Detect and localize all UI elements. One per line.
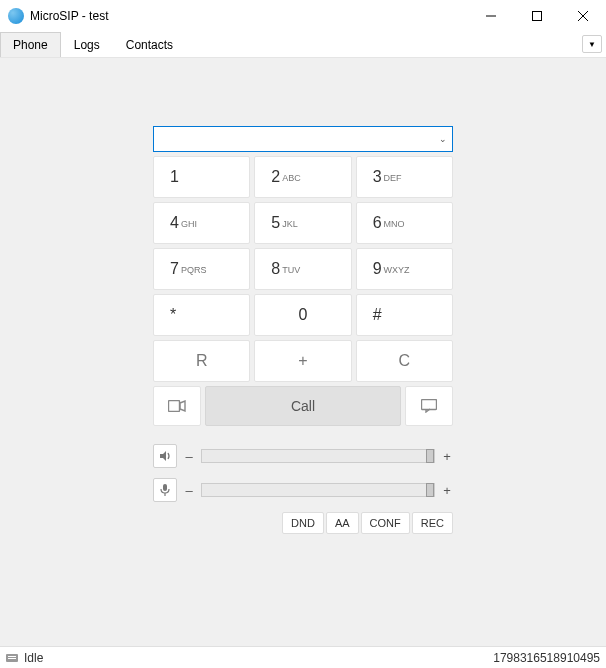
key-digit: 5 (271, 214, 280, 232)
speaker-volume-decrease[interactable]: – (183, 449, 195, 464)
tab-phone[interactable]: Phone (0, 32, 61, 57)
key-letters: WXYZ (384, 265, 410, 275)
status-icon (6, 652, 18, 664)
key-3[interactable]: 3DEF (356, 156, 453, 198)
mic-volume-slider[interactable] (201, 483, 435, 497)
window-title: MicroSIP - test (30, 9, 468, 23)
key-digit: 4 (170, 214, 179, 232)
tab-bar: Phone Logs Contacts ▼ (0, 32, 606, 58)
video-icon (168, 400, 186, 412)
close-button[interactable] (560, 0, 606, 32)
conf-toggle[interactable]: CONF (361, 512, 410, 534)
key-letters: PQRS (181, 265, 207, 275)
mic-volume-decrease[interactable]: – (183, 483, 195, 498)
action-row: R + C (153, 340, 453, 382)
speaker-icon[interactable] (153, 444, 177, 468)
svg-rect-10 (8, 658, 16, 659)
key-digit: 9 (373, 260, 382, 278)
number-input[interactable] (153, 126, 453, 152)
keypad: 1 2ABC 3DEF 4GHI 5JKL 6MNO 7PQRS 8TUV 9W… (153, 156, 453, 336)
maximize-button[interactable] (514, 0, 560, 32)
toggle-row: DND AA CONF REC (153, 512, 453, 534)
key-digit: 6 (373, 214, 382, 232)
clear-button[interactable]: C (356, 340, 453, 382)
svg-rect-1 (533, 12, 542, 21)
svg-rect-9 (8, 656, 16, 657)
key-letters: ABC (282, 173, 301, 183)
plus-button[interactable]: + (254, 340, 351, 382)
key-9[interactable]: 9WXYZ (356, 248, 453, 290)
key-digit: * (170, 306, 176, 324)
aa-toggle[interactable]: AA (326, 512, 359, 534)
svg-rect-6 (163, 484, 167, 491)
speaker-volume-increase[interactable]: + (441, 449, 453, 464)
key-letters: TUV (282, 265, 300, 275)
key-star[interactable]: * (153, 294, 250, 336)
rec-toggle[interactable]: REC (412, 512, 453, 534)
key-digit: 7 (170, 260, 179, 278)
key-6[interactable]: 6MNO (356, 202, 453, 244)
window-controls (468, 0, 606, 32)
key-letters: GHI (181, 219, 197, 229)
video-call-button[interactable] (153, 386, 201, 426)
slider-thumb[interactable] (426, 483, 434, 497)
speaker-volume-slider[interactable] (201, 449, 435, 463)
key-7[interactable]: 7PQRS (153, 248, 250, 290)
key-5[interactable]: 5JKL (254, 202, 351, 244)
key-letters: JKL (282, 219, 298, 229)
svg-rect-4 (169, 401, 180, 412)
tab-menu-dropdown[interactable]: ▼ (582, 35, 602, 53)
key-letters: MNO (384, 219, 405, 229)
window-titlebar: MicroSIP - test (0, 0, 606, 32)
status-bar: Idle 1798316518910495 (0, 646, 606, 668)
tab-logs[interactable]: Logs (61, 32, 113, 57)
minimize-button[interactable] (468, 0, 514, 32)
redial-button[interactable]: R (153, 340, 250, 382)
key-4[interactable]: 4GHI (153, 202, 250, 244)
key-hash[interactable]: # (356, 294, 453, 336)
mic-volume-increase[interactable]: + (441, 483, 453, 498)
call-row: Call (153, 386, 453, 426)
tab-contacts[interactable]: Contacts (113, 32, 186, 57)
call-button[interactable]: Call (205, 386, 401, 426)
key-digit: 3 (373, 168, 382, 186)
status-number: 1798316518910495 (493, 651, 600, 665)
key-digit: # (373, 306, 382, 324)
dnd-toggle[interactable]: DND (282, 512, 324, 534)
dialer-panel: ⌄ 1 2ABC 3DEF 4GHI 5JKL 6MNO 7PQRS 8TUV … (153, 126, 453, 534)
microphone-icon[interactable] (153, 478, 177, 502)
key-8[interactable]: 8TUV (254, 248, 351, 290)
key-0[interactable]: 0 (254, 294, 351, 336)
svg-rect-5 (422, 400, 437, 410)
key-1[interactable]: 1 (153, 156, 250, 198)
key-digit: 0 (299, 306, 308, 324)
number-input-row: ⌄ (153, 126, 453, 152)
key-letters: DEF (384, 173, 402, 183)
mic-volume-row: – + (153, 478, 453, 502)
key-digit: 2 (271, 168, 280, 186)
number-history-dropdown-icon[interactable]: ⌄ (439, 134, 447, 144)
speaker-volume-row: – + (153, 444, 453, 468)
key-digit: 8 (271, 260, 280, 278)
main-area: ⌄ 1 2ABC 3DEF 4GHI 5JKL 6MNO 7PQRS 8TUV … (0, 58, 606, 646)
key-2[interactable]: 2ABC (254, 156, 351, 198)
message-icon (421, 399, 437, 413)
message-button[interactable] (405, 386, 453, 426)
app-icon (8, 8, 24, 24)
status-text: Idle (24, 651, 43, 665)
slider-thumb[interactable] (426, 449, 434, 463)
key-digit: 1 (170, 168, 179, 186)
